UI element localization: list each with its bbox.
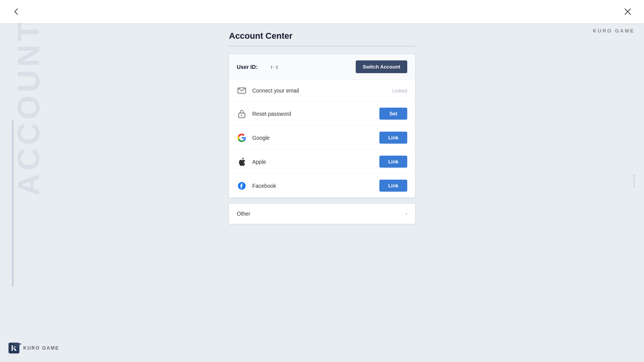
page-title: Account Center: [229, 31, 415, 41]
right-dots: [634, 175, 635, 187]
link-google-button[interactable]: Link: [379, 132, 407, 144]
reset-password-label: Reset password: [252, 111, 379, 117]
link-facebook-button[interactable]: Link: [379, 180, 407, 192]
reset-password-row: Reset password Set: [229, 102, 415, 126]
top-bar: [0, 0, 644, 23]
bottom-brand-name: KURO GAME: [23, 345, 59, 351]
connect-email-label: Connect your email: [252, 87, 393, 94]
title-underline: [229, 46, 415, 46]
switch-account-button[interactable]: Switch Account: [356, 60, 407, 73]
other-row[interactable]: Other ›: [229, 204, 415, 224]
lock-icon: [237, 109, 247, 119]
main-content: Account Center User ID: r· c Switch Acco…: [229, 31, 415, 224]
bottom-brand: KURO GAME: [8, 342, 59, 354]
apple-label: Apple: [252, 159, 379, 165]
left-decorative-bar: [12, 120, 14, 287]
bottom-decorative-bars: [14, 343, 21, 348]
account-card: User ID: r· c Switch Account Connect you…: [229, 54, 415, 197]
apple-icon: [237, 157, 247, 167]
google-icon: [237, 133, 247, 143]
other-label: Other: [237, 211, 405, 217]
set-password-button[interactable]: Set: [379, 108, 407, 120]
email-icon: [237, 86, 247, 96]
watermark-text: ACCOUNT: [11, 19, 46, 196]
brand-top-right: KURO GAME: [593, 28, 635, 34]
facebook-icon: [237, 181, 247, 191]
close-button[interactable]: [621, 5, 635, 19]
connect-email-status: Linked: [393, 88, 407, 94]
chevron-right-icon: ›: [405, 211, 407, 217]
user-id-row: User ID: r· c Switch Account: [229, 54, 415, 80]
facebook-label: Facebook: [252, 183, 379, 189]
user-id-label: User ID:: [237, 64, 268, 70]
connect-email-row: Connect your email Linked: [229, 80, 415, 102]
google-row: Google Link: [229, 126, 415, 150]
back-button[interactable]: [9, 5, 23, 19]
apple-row: Apple Link: [229, 150, 415, 174]
other-section: Other ›: [229, 204, 415, 224]
svg-point-4: [241, 115, 243, 116]
user-id-value: r· c: [268, 64, 356, 70]
facebook-row: Facebook Link: [229, 174, 415, 197]
google-label: Google: [252, 135, 379, 141]
link-apple-button[interactable]: Link: [379, 156, 407, 168]
